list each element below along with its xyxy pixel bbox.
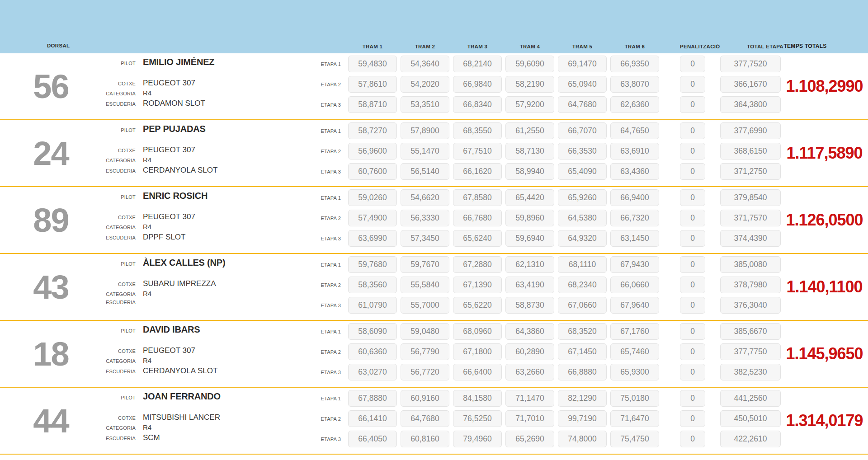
header-time-columns: TRAM 1 TRAM 2 TRAM 3 TRAM 4 TRAM 5 TRAM …	[306, 44, 742, 49]
tram-time-cell: 66,0660	[610, 277, 659, 293]
categoria-label: CATEGORIA	[102, 158, 136, 163]
etapa1-label: ETAPA 1	[306, 195, 341, 201]
total-etapa-cell: 376,3040	[720, 297, 781, 314]
tram-time-cell: 55,7000	[401, 297, 449, 314]
etapa3-label: ETAPA 3	[306, 370, 341, 375]
car-name: PEUGEOT 307	[143, 346, 195, 355]
penalty-cell: 0	[680, 410, 705, 427]
tram-time-cell: 61,0790	[348, 297, 397, 314]
penalty-cell: 0	[680, 122, 705, 139]
tram1-column-header: TRAM 1	[348, 44, 397, 49]
penalty-cell: 0	[680, 76, 705, 93]
category-name: R4	[143, 290, 151, 297]
pilot-label: PILOT	[102, 127, 136, 133]
tram-time-cell: 63,6990	[348, 230, 397, 247]
tram-time-cell: 67,9430	[610, 256, 659, 273]
tram-time-cell: 68,3550	[453, 122, 502, 139]
total-etapa-cell: 385,6670	[720, 323, 781, 340]
total-etapa-cell: 385,0080	[720, 256, 781, 273]
penalty-cell: 0	[680, 323, 705, 340]
tram-time-cell: 64,9320	[558, 230, 607, 247]
tram-time-cell: 57,3450	[401, 230, 449, 247]
penalty-cell: 0	[680, 277, 705, 293]
pilot-name: PEP PUJADAS	[143, 124, 206, 134]
etapa2-label: ETAPA 2	[306, 416, 341, 422]
tram-time-cell: 79,4960	[453, 431, 502, 447]
etapa2-label: ETAPA 2	[306, 282, 341, 288]
tram-time-cell: 63,6910	[610, 143, 659, 160]
total-etapa-cell: 366,1670	[720, 76, 781, 93]
tram-time-cell: 65,0940	[558, 76, 607, 93]
tram-time-cell: 99,7190	[558, 410, 607, 427]
cotxe-label: COTXE	[102, 282, 136, 287]
penalty-cell: 0	[680, 431, 705, 447]
temps-totals-column-header: TEMPS TOTALS	[742, 43, 868, 49]
tram-time-cell: 67,1760	[610, 323, 659, 340]
tram-time-cell: 55,5840	[401, 277, 449, 293]
etapa2-row: ETAPA 2 57,4900 56,3330 66,7680 59,8960 …	[306, 210, 781, 226]
pilot-name: DAVID IBARS	[143, 324, 200, 335]
total-etapa-cell: 368,6150	[720, 143, 781, 160]
tram-time-cell: 66,8340	[453, 96, 502, 113]
temps-totals: 1.140,1100	[781, 254, 868, 320]
dorsal-number: 43	[0, 254, 102, 320]
temps-totals: 1.108,2990	[781, 53, 868, 119]
tram-time-cell: 66,1410	[348, 410, 397, 427]
dorsal-number: 89	[0, 187, 102, 253]
team-name: SCM	[143, 433, 160, 442]
tram-time-cell: 59,7670	[401, 256, 449, 273]
penalty-cell: 0	[680, 364, 705, 380]
tram-time-cell: 63,0270	[348, 364, 397, 380]
tram-time-cell: 82,1290	[558, 390, 607, 407]
tram-time-cell: 64,7650	[610, 122, 659, 139]
penalty-cell: 0	[680, 297, 705, 314]
cotxe-label: COTXE	[102, 215, 136, 220]
total-time-value: 1.140,1100	[786, 277, 862, 296]
tram-time-cell: 67,2880	[453, 256, 502, 273]
total-etapa-cell: 441,2560	[720, 390, 781, 407]
total-etapa-cell: 377,6990	[720, 122, 781, 139]
tram-time-cell: 53,3510	[401, 96, 449, 113]
cotxe-label: COTXE	[102, 81, 136, 86]
etapa3-row: ETAPA 3 61,0790 55,7000 65,6220 58,8730 …	[306, 297, 781, 314]
tram-time-cell: 59,0260	[348, 189, 397, 206]
etapa3-row: ETAPA 3 60,7600 56,5140 66,1620 58,9940 …	[306, 163, 781, 180]
tram-time-cell: 65,6220	[453, 297, 502, 314]
tram-time-cell: 64,3860	[505, 323, 554, 340]
tram-time-cell: 58,6090	[348, 323, 397, 340]
escuderia-label: ESCUDERIA	[102, 235, 136, 240]
tram-time-cell: 66,4050	[348, 431, 397, 447]
total-etapa-cell: 382,5230	[720, 364, 781, 380]
tram-time-cell: 62,6360	[610, 96, 659, 113]
tram-time-cell: 59,7680	[348, 256, 397, 273]
tram-time-cell: 66,1620	[453, 163, 502, 180]
total-etapa-cell: 377,7750	[720, 343, 781, 360]
tram-time-cell: 67,9640	[610, 297, 659, 314]
categoria-label: CATEGORIA	[102, 91, 136, 96]
tram6-column-header: TRAM 6	[610, 44, 659, 49]
total-etapa-cell: 377,7520	[720, 56, 781, 72]
category-name: R4	[143, 156, 151, 164]
tram-time-cell: 66,7070	[558, 122, 607, 139]
tram-time-cell: 67,1800	[453, 343, 502, 360]
etapa3-row: ETAPA 3 63,0270 56,7720 66,6400 63,2660 …	[306, 364, 781, 380]
cotxe-label: COTXE	[102, 348, 136, 354]
etapa1-row: ETAPA 1 59,0260 54,6620 67,8580 65,4420 …	[306, 189, 781, 206]
temps-totals: 1.126,0500	[781, 187, 868, 253]
escuderia-label: ESCUDERIA	[102, 168, 136, 174]
tram-time-cell: 56,7720	[401, 364, 449, 380]
tram-time-cell: 59,4830	[348, 56, 397, 72]
etapa1-label: ETAPA 1	[306, 61, 341, 67]
tram-time-cell: 64,5380	[558, 210, 607, 226]
tram-time-cell: 60,6360	[348, 343, 397, 360]
total-etapa-cell: 378,7980	[720, 277, 781, 293]
tram-time-cell: 68,3520	[558, 323, 607, 340]
tram-time-cell: 57,8610	[348, 76, 397, 93]
tram-time-cell: 66,7320	[610, 210, 659, 226]
tram-time-cell: 71,1470	[505, 390, 554, 407]
etapa3-label: ETAPA 3	[306, 437, 341, 442]
pilot-label: PILOT	[102, 261, 136, 267]
etapa3-row: ETAPA 3 58,8710 53,3510 66,8340 57,9200 …	[306, 96, 781, 113]
category-name: R4	[143, 423, 151, 431]
result-row: 56 PILOT EMILIO JIMÉNEZ COTXE PEUGEOT 30…	[0, 53, 868, 120]
